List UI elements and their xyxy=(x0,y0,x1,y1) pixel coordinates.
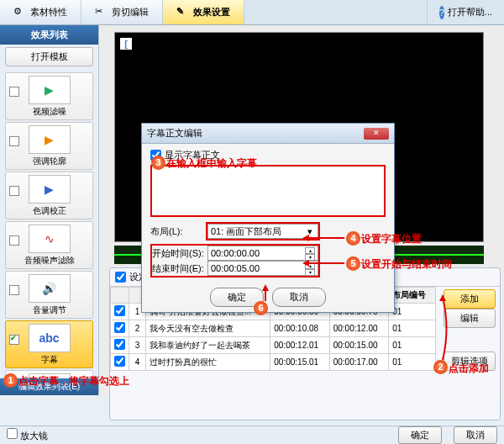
scissors-icon: ✂ xyxy=(95,6,108,19)
effect-video-noise[interactable]: ▶视频滤噪 xyxy=(5,72,93,120)
checkbox[interactable] xyxy=(9,87,19,97)
bottom-bar: 放大镜 确定 取消 xyxy=(0,426,504,444)
anno-5-arrow xyxy=(302,257,346,269)
anno-1-dot: 1 xyxy=(3,373,18,388)
abc-icon: abc xyxy=(29,324,71,352)
cog-icon: ⚙ xyxy=(13,6,27,19)
effect-volume[interactable]: 🔊音量调节 xyxy=(5,271,93,319)
anno-2-arrow xyxy=(430,294,455,362)
tab-effects[interactable]: ✎效果设置 xyxy=(163,0,244,24)
wave-icon: ∿ xyxy=(29,225,71,253)
bottom-cancel-button[interactable]: 取消 xyxy=(454,426,497,444)
svg-marker-5 xyxy=(262,284,269,291)
effects-title: 效果列表 xyxy=(0,25,98,45)
subtitle-textarea[interactable] xyxy=(150,165,386,217)
effect-hue[interactable]: ▶色调校正 xyxy=(5,172,93,219)
help-icon: ? xyxy=(439,6,444,19)
filmstrip-icon: ▶ xyxy=(29,175,71,204)
speaker-icon: 🔊 xyxy=(29,274,71,303)
checkbox[interactable] xyxy=(9,335,19,345)
help-link[interactable]: ?打开帮助... xyxy=(427,0,504,24)
anno-5-text: 设置开始与结束时间 xyxy=(361,257,452,272)
svg-marker-3 xyxy=(302,260,309,267)
anno-2-dot: 2 xyxy=(433,360,448,374)
svg-marker-6 xyxy=(439,294,446,301)
checkbox[interactable] xyxy=(9,186,19,196)
tab-cut[interactable]: ✂剪切编辑 xyxy=(81,0,163,24)
effect-audio-noise[interactable]: ∿音频噪声滤除 xyxy=(5,221,93,269)
effect-subtitle[interactable]: abc字幕 xyxy=(5,320,93,368)
anno-4-arrow xyxy=(302,232,346,244)
magnifier-checkbox[interactable]: 放大镜 xyxy=(7,428,48,442)
spin-down-icon[interactable]: ▾ xyxy=(305,269,315,276)
spin-up-icon[interactable]: ▴ xyxy=(305,247,315,254)
bottom-ok-button[interactable]: 确定 xyxy=(398,426,442,444)
anno-2-text: 点击添加 xyxy=(449,362,489,376)
table-row[interactable]: 3我和泰迪约好了一起去喝茶00:00:12.0100:00:15.0001 xyxy=(111,337,436,354)
open-template-button[interactable]: 打开模板 xyxy=(5,47,93,66)
filmstrip-icon: ▶ xyxy=(29,76,71,104)
checkbox[interactable] xyxy=(9,285,19,295)
svg-marker-1 xyxy=(302,235,309,241)
bracket-icon: [ xyxy=(120,38,132,50)
table-row[interactable]: 4过时打扮真的很忙00:00:15.0100:00:17.0001 xyxy=(111,354,436,371)
pencil-icon: ✎ xyxy=(176,6,190,19)
tab-material[interactable]: ⚙素材特性 xyxy=(0,0,81,24)
close-icon[interactable]: ✕ xyxy=(364,128,389,140)
effect-outline[interactable]: ▶强调轮廓 xyxy=(5,122,93,170)
anno-3-dot: 3 xyxy=(151,156,165,170)
effects-panel: 效果列表 打开模板 ▶视频滤噪 ▶强调轮廓 ▶色调校正 ∿音频噪声滤除 🔊音量调… xyxy=(0,25,99,395)
anno-6-dot: 6 xyxy=(254,301,268,315)
anno-4-text: 设置字幕位置 xyxy=(361,232,422,246)
start-time-label: 开始时间(S): xyxy=(152,247,207,260)
top-tabs: ⚙素材特性 ✂剪切编辑 ✎效果设置 ?打开帮助... xyxy=(0,0,504,25)
anno-3-text: 在输入框中输入字幕 xyxy=(166,156,257,171)
effects-list: ▶视频滤噪 ▶强调轮廓 ▶色调校正 ∿音频噪声滤除 🔊音量调节 abc字幕 ⛶视… xyxy=(0,69,98,378)
set-subtitle-checkbox[interactable] xyxy=(115,272,126,283)
checkbox[interactable] xyxy=(9,136,19,146)
layout-label: 布局(L): xyxy=(150,225,206,238)
anno-4-dot: 4 xyxy=(346,231,360,246)
anno-5-dot: 5 xyxy=(346,256,360,271)
anno-6-arrow xyxy=(260,284,277,303)
table-row[interactable]: 2我今天没有空去做检查00:00:10.0800:00:12.0001 xyxy=(111,320,436,337)
cancel-button[interactable]: 取消 xyxy=(272,288,326,307)
end-time-label: 结束时间(E): xyxy=(152,262,207,275)
dialog-titlebar[interactable]: 字幕正文编辑✕ xyxy=(142,124,394,144)
checkbox[interactable] xyxy=(9,235,19,246)
anno-1-text: 点击字幕，将字幕勾选上 xyxy=(18,374,129,388)
filmstrip-icon: ▶ xyxy=(29,125,71,154)
